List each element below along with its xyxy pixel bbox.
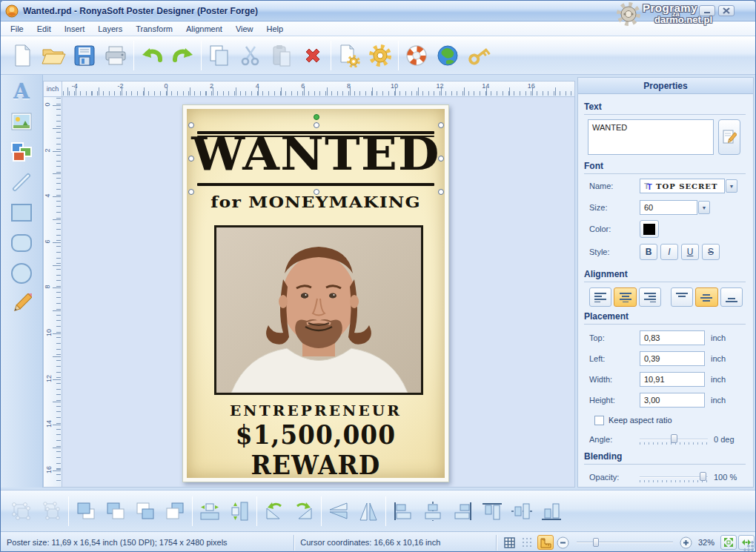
website-button[interactable] bbox=[432, 39, 463, 72]
flip-horizontal-button[interactable] bbox=[354, 496, 383, 527]
zoom-slider[interactable] bbox=[577, 536, 673, 548]
menu-transform[interactable]: Transform bbox=[129, 23, 179, 35]
opacity-slider[interactable] bbox=[640, 470, 708, 484]
rotate-left-button[interactable] bbox=[259, 496, 289, 527]
selection-handle-bottom-right[interactable] bbox=[438, 189, 444, 195]
font-name-dropdown-arrow[interactable]: ▼ bbox=[726, 179, 737, 193]
send-to-back-button[interactable] bbox=[101, 496, 130, 527]
menu-edit[interactable]: Edit bbox=[30, 23, 58, 35]
placement-top-input[interactable]: 0,83 bbox=[640, 330, 705, 345]
align-text-center-button[interactable] bbox=[614, 287, 636, 307]
edit-text-button[interactable] bbox=[718, 119, 740, 155]
same-height-button[interactable] bbox=[225, 496, 254, 527]
selection-handle-top-right[interactable] bbox=[438, 122, 444, 128]
menu-view[interactable]: View bbox=[229, 23, 260, 35]
zoom-in-button[interactable] bbox=[678, 535, 694, 550]
fit-page-button[interactable] bbox=[720, 535, 737, 550]
font-name-select[interactable]: TT TOP SECRET bbox=[640, 179, 725, 193]
close-button[interactable] bbox=[718, 5, 735, 16]
align-bottom-button[interactable] bbox=[537, 496, 566, 527]
poster-title-text[interactable]: WANTED bbox=[187, 132, 445, 177]
bring-forward-button[interactable] bbox=[130, 496, 160, 527]
bring-to-front-button[interactable] bbox=[71, 496, 101, 527]
ellipse-tool-button[interactable] bbox=[7, 259, 36, 287]
keep-aspect-checkbox[interactable] bbox=[594, 416, 604, 425]
align-text-bottom-button[interactable] bbox=[720, 287, 743, 307]
font-size-select[interactable]: 60 bbox=[640, 200, 697, 215]
angle-slider[interactable] bbox=[640, 433, 708, 446]
selection-handle-mid-left[interactable] bbox=[188, 156, 194, 162]
placement-height-input[interactable]: 3,00 bbox=[640, 393, 705, 408]
selection-handle-mid-right[interactable] bbox=[438, 156, 444, 162]
text-tool-button[interactable]: A bbox=[7, 77, 36, 105]
menu-insert[interactable]: Insert bbox=[58, 23, 92, 35]
bold-button[interactable]: B bbox=[640, 244, 657, 260]
align-center-button[interactable] bbox=[418, 496, 448, 527]
license-key-button[interactable] bbox=[463, 39, 494, 72]
show-grid-button[interactable] bbox=[502, 535, 518, 550]
print-button[interactable] bbox=[100, 39, 131, 72]
help-button[interactable] bbox=[401, 39, 432, 72]
align-left-button[interactable] bbox=[388, 496, 418, 527]
italic-button[interactable]: I bbox=[660, 244, 678, 260]
placement-left-input[interactable]: 0,39 bbox=[640, 351, 705, 366]
cut-button[interactable] bbox=[235, 39, 266, 72]
pencil-tool-button[interactable] bbox=[7, 290, 36, 318]
poster-subtitle-text[interactable]: for MONEYMAKING bbox=[187, 193, 445, 211]
image-tool-button[interactable] bbox=[7, 107, 36, 136]
font-size-dropdown-arrow[interactable]: ▼ bbox=[698, 201, 710, 214]
minimize-button[interactable] bbox=[699, 5, 715, 16]
poster-page[interactable]: WANTED for MONEYMAKING bbox=[182, 104, 449, 482]
clipart-tool-button[interactable] bbox=[7, 138, 36, 166]
selection-handle-top-center[interactable] bbox=[314, 122, 319, 128]
selection-handle-top-left[interactable] bbox=[188, 122, 194, 128]
selection-handle-bottom-left[interactable] bbox=[188, 189, 194, 195]
delete-button[interactable] bbox=[297, 39, 328, 72]
ungroup-button[interactable] bbox=[36, 496, 66, 527]
align-text-top-button[interactable] bbox=[671, 287, 693, 307]
canvas[interactable]: WANTED for MONEYMAKING bbox=[62, 97, 575, 488]
align-text-left-button[interactable] bbox=[589, 287, 611, 307]
menu-file[interactable]: File bbox=[4, 23, 30, 35]
flip-vertical-button[interactable] bbox=[324, 496, 354, 527]
new-document-button[interactable] bbox=[7, 39, 38, 72]
align-right-button[interactable] bbox=[448, 496, 477, 527]
poster-occupation-text[interactable]: ENTREPRENEUR bbox=[187, 402, 445, 419]
placement-width-input[interactable]: 10,91 bbox=[640, 372, 705, 387]
poster-reward-text[interactable]: $1,500,000 REWARD bbox=[187, 419, 445, 478]
page-settings-button[interactable] bbox=[334, 39, 365, 72]
snap-to-grid-button[interactable] bbox=[520, 535, 536, 550]
paste-button[interactable] bbox=[266, 39, 297, 72]
poster-photo[interactable] bbox=[214, 225, 423, 395]
opacity-slider-thumb[interactable] bbox=[700, 472, 706, 481]
undo-button[interactable] bbox=[136, 39, 168, 72]
zoom-slider-thumb[interactable] bbox=[593, 538, 599, 547]
angle-slider-thumb[interactable] bbox=[671, 434, 677, 443]
underline-button[interactable]: U bbox=[681, 244, 699, 260]
same-width-button[interactable] bbox=[195, 496, 225, 527]
text-value-input[interactable]: WANTED bbox=[588, 119, 714, 155]
zoom-out-button[interactable] bbox=[555, 535, 571, 550]
copy-button[interactable] bbox=[204, 39, 235, 72]
send-backward-button[interactable] bbox=[160, 496, 190, 527]
align-text-middle-button[interactable] bbox=[695, 287, 717, 307]
selection-handle-bottom-center[interactable] bbox=[314, 189, 319, 195]
rounded-rectangle-tool-button[interactable] bbox=[7, 229, 36, 257]
align-text-right-button[interactable] bbox=[639, 287, 661, 307]
menu-layers[interactable]: Layers bbox=[91, 23, 129, 35]
font-color-swatch[interactable] bbox=[640, 220, 659, 238]
save-button[interactable] bbox=[69, 39, 100, 72]
open-button[interactable] bbox=[38, 39, 69, 72]
show-rulers-button[interactable] bbox=[537, 535, 554, 550]
rotation-handle[interactable] bbox=[314, 114, 319, 120]
strikethrough-button[interactable]: S bbox=[702, 244, 720, 260]
line-tool-button[interactable] bbox=[7, 168, 36, 196]
redo-button[interactable] bbox=[168, 39, 199, 72]
menu-alignment[interactable]: Alignment bbox=[179, 23, 229, 35]
settings-button[interactable] bbox=[365, 39, 396, 72]
align-middle-button[interactable] bbox=[507, 496, 537, 527]
rectangle-tool-button[interactable] bbox=[7, 199, 36, 227]
rotate-right-button[interactable] bbox=[289, 496, 319, 527]
align-top-button[interactable] bbox=[477, 496, 507, 527]
resize-grip[interactable] bbox=[743, 541, 754, 551]
